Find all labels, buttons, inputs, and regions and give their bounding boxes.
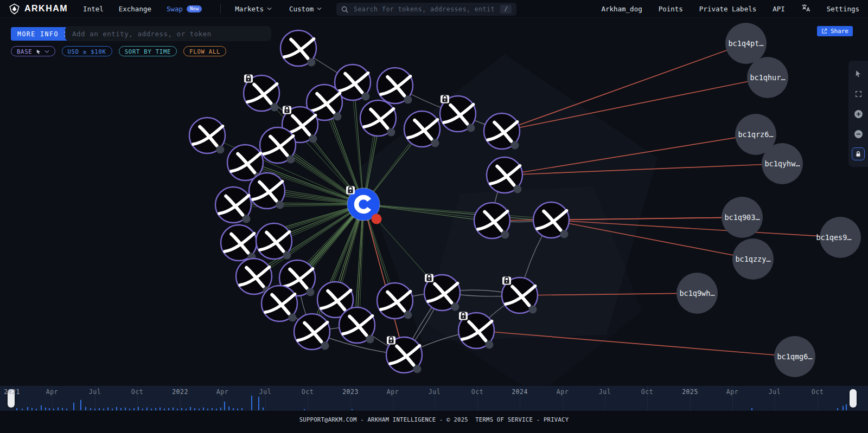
timeline-tick-label: Jul	[769, 388, 781, 396]
nav-menu-custom[interactable]: Custom	[289, 5, 322, 13]
timeline-tick-label: Oct	[302, 388, 314, 396]
address-node[interactable]: bc1qmg6…	[774, 336, 815, 377]
entity-node[interactable]	[377, 283, 413, 319]
node-dot-badge	[271, 104, 279, 112]
cursor-icon	[36, 49, 41, 54]
entity-node[interactable]	[377, 68, 413, 104]
entity-node[interactable]	[215, 187, 251, 223]
filter-chip-usd[interactable]: USD ≥ $10K	[62, 46, 112, 56]
address-label: bc1q4pt…	[728, 39, 763, 48]
entity-node[interactable]	[440, 95, 476, 132]
timeline-histogram-bar	[164, 409, 165, 410]
address-label: bc1qzzy…	[735, 255, 770, 263]
timeline-histogram-bar	[58, 408, 59, 410]
graph-canvas[interactable]: bc1q4pt…bc1qhur…bc1qrz6…bc1qyhw…bc1q903……	[0, 0, 868, 433]
entity-node[interactable]	[244, 75, 279, 112]
nav-divider	[220, 4, 221, 14]
timeline-histogram-bar	[125, 408, 126, 410]
timeline-histogram-bar	[62, 408, 63, 410]
entity-node[interactable]	[502, 277, 538, 314]
nav-link-swap[interactable]: SwapNew	[167, 5, 202, 13]
node-dot-badge	[467, 124, 475, 132]
entity-node[interactable]	[484, 113, 520, 150]
nav-user-translate[interactable]	[801, 4, 810, 14]
entity-node[interactable]	[360, 100, 396, 137]
footer-copyright: - © 2025	[436, 416, 475, 433]
entity-node[interactable]	[249, 173, 285, 209]
entity-node[interactable]	[404, 111, 440, 147]
fullscreen-icon	[855, 91, 862, 98]
entity-node[interactable]	[236, 258, 272, 295]
node-dot-badge	[307, 288, 315, 296]
address-node[interactable]: bc1qhur…	[747, 57, 788, 98]
entity-node[interactable]	[458, 312, 494, 349]
nav-menu-markets[interactable]: Markets	[235, 5, 272, 13]
entity-node[interactable]	[386, 337, 422, 373]
privacy-link[interactable]: PRIVACY	[544, 416, 569, 433]
timeline-histogram-bar	[304, 409, 305, 410]
lock-layout-button[interactable]	[852, 147, 865, 160]
filter-chip-flow[interactable]: FLOW ALL	[183, 46, 226, 56]
zoom-out-button[interactable]	[852, 127, 865, 140]
entity-node[interactable]	[256, 223, 292, 260]
node-dot-badge	[321, 342, 329, 350]
search-bar[interactable]: /	[336, 3, 516, 16]
filter-chip-base[interactable]: BASE	[11, 46, 55, 56]
timeline-histogram-bar	[138, 407, 139, 410]
entity-node[interactable]	[487, 157, 522, 193]
address-node[interactable]: bc1q4pt…	[725, 23, 767, 64]
share-button[interactable]: Share	[817, 26, 853, 36]
address-node[interactable]: bc1q903…	[722, 197, 763, 238]
timeline-histogram-bar	[216, 409, 217, 410]
nav-link-exchange[interactable]: Exchange	[119, 5, 151, 13]
timeline-tick-label: Apr	[216, 388, 228, 396]
search-input[interactable]	[353, 5, 496, 14]
address-label: bc1qyhw…	[764, 159, 800, 168]
entity-node[interactable]	[533, 202, 569, 238]
filter-chip-sort[interactable]: SORT BY TIME	[119, 46, 177, 56]
node-dot-badge	[486, 341, 494, 349]
nav-user-username[interactable]: Arkham_dog	[601, 5, 642, 13]
timeline-histogram-bar	[49, 408, 50, 410]
address-label: bc1qhur…	[750, 73, 785, 82]
timeline[interactable]: 2021AprJulOct2022AprJulOct2023AprJulOct2…	[0, 386, 868, 411]
timeline-histogram-bar	[224, 402, 225, 410]
entity-node[interactable]	[261, 286, 297, 322]
entity-node[interactable]	[424, 274, 460, 311]
entity-node[interactable]	[221, 225, 257, 261]
entity-node[interactable]	[260, 127, 296, 164]
timeline-tick-label: Jul	[599, 388, 611, 396]
entity-node[interactable]	[280, 30, 316, 67]
add-entity-input[interactable]	[65, 26, 271, 41]
address-node[interactable]: bc1q9wh…	[676, 273, 718, 314]
entity-node[interactable]	[339, 307, 375, 344]
nav-user-points[interactable]: Points	[659, 5, 683, 13]
timeline-handle-right[interactable]	[850, 389, 857, 408]
entity-node[interactable]	[294, 314, 330, 350]
select-cursor-button[interactable]	[852, 67, 865, 80]
address-node[interactable]: bc1qes9…	[816, 217, 861, 258]
entity-node[interactable]	[189, 118, 225, 154]
nav-menu-label: Markets	[235, 5, 264, 13]
timeline-histogram-bar	[173, 408, 174, 410]
nav-user-menu: Arkham_dogPointsPrivate LabelsAPISetting…	[601, 4, 859, 14]
nav-user-settings[interactable]: Settings	[827, 5, 859, 13]
address-node[interactable]: bc1qyhw…	[762, 143, 803, 184]
timeline-tick-label: Apr	[387, 388, 399, 396]
brand[interactable]: ARKHAM	[9, 3, 68, 15]
nav-user-api[interactable]: API	[773, 5, 785, 13]
timeline-histogram-bar	[142, 409, 143, 410]
entity-node[interactable]	[474, 203, 510, 239]
nav-link-intel[interactable]: Intel	[83, 5, 104, 13]
node-dot-badge	[309, 135, 317, 143]
address-node[interactable]: bc1qzzy…	[732, 238, 774, 280]
fit-view-button[interactable]	[852, 87, 865, 100]
zoom-in-button[interactable]	[852, 107, 865, 120]
terms-link[interactable]: TERMS OF SERVICE	[475, 416, 533, 433]
timeline-histogram-bar	[233, 408, 234, 410]
node-dot-badge	[431, 139, 439, 147]
timeline-histogram-bar	[41, 405, 42, 410]
support-email-link[interactable]: SUPPORT@ARKM.COM	[299, 416, 357, 433]
nav-menu-label: Custom	[289, 5, 314, 13]
nav-user-private-labels[interactable]: Private Labels	[699, 5, 756, 13]
